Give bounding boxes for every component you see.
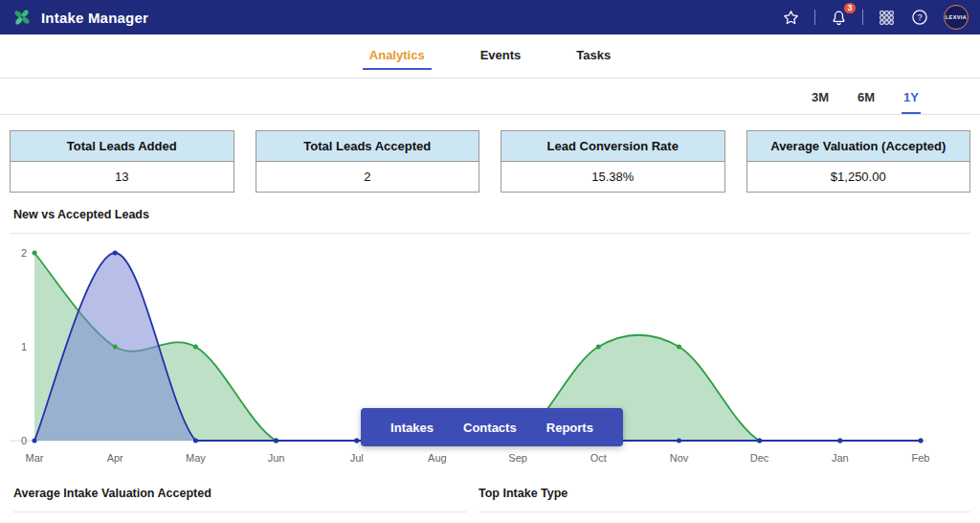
- stat-card-total-leads-accepted: Total Leads Accepted 2: [256, 130, 480, 193]
- svg-text:0: 0: [21, 435, 27, 446]
- svg-text:Jan: Jan: [832, 452, 849, 464]
- stat-card-value: $1,250.00: [747, 162, 970, 192]
- svg-text:?: ?: [917, 12, 922, 22]
- tab-events[interactable]: Events: [474, 46, 528, 70]
- floating-nav-contacts[interactable]: Contacts: [463, 421, 517, 435]
- stat-card-title: Total Leads Added: [11, 131, 234, 162]
- floating-nav-intakes[interactable]: Intakes: [390, 421, 434, 435]
- svg-text:Mar: Mar: [26, 452, 44, 464]
- stat-card-value: 13: [11, 162, 234, 192]
- help-icon[interactable]: ?: [910, 8, 929, 27]
- floating-nav-reports[interactable]: Reports: [546, 421, 593, 435]
- divider-rule: [13, 512, 467, 512]
- range-3m[interactable]: 3M: [810, 90, 831, 114]
- bottom-left-title: Average Intake Valuation Accepted: [13, 487, 467, 500]
- bottom-sections: Average Intake Valuation Accepted Top In…: [0, 487, 980, 512]
- svg-text:Oct: Oct: [590, 452, 607, 464]
- divider-rule: [479, 512, 970, 512]
- notification-badge: 3: [844, 3, 856, 14]
- tab-tasks[interactable]: Tasks: [569, 46, 617, 70]
- time-range-bar: 3M 6M 1Y: [0, 79, 980, 115]
- bottom-section-left: Average Intake Valuation Accepted: [0, 487, 467, 512]
- svg-text:Jul: Jul: [350, 452, 364, 464]
- stat-card-value: 15.38%: [501, 162, 724, 192]
- favorite-star-icon[interactable]: [782, 9, 800, 27]
- stat-card-value: 2: [256, 162, 479, 192]
- divider-rule: [10, 233, 970, 234]
- bottom-section-right: Top Intake Type: [467, 487, 980, 512]
- stat-cards: Total Leads Added 13 Total Leads Accepte…: [10, 130, 970, 193]
- header-actions: 3 ? LEXVIA: [782, 5, 969, 30]
- svg-text:Sep: Sep: [508, 452, 527, 464]
- svg-text:Feb: Feb: [912, 452, 930, 464]
- app-logo-icon: [11, 7, 33, 28]
- svg-text:Apr: Apr: [107, 452, 123, 464]
- app-header: Intake Manager 3 ?: [0, 0, 980, 34]
- apps-grid-icon[interactable]: [878, 9, 896, 27]
- tab-analytics[interactable]: Analytics: [363, 46, 432, 70]
- stat-card-title: Lead Conversion Rate: [501, 131, 724, 162]
- stat-card-lead-conversion-rate: Lead Conversion Rate 15.38%: [501, 130, 725, 193]
- svg-text:2: 2: [21, 247, 27, 259]
- svg-text:Nov: Nov: [670, 452, 689, 464]
- notifications-bell-icon[interactable]: 3: [830, 9, 848, 27]
- range-6m[interactable]: 6M: [856, 90, 877, 114]
- svg-text:Dec: Dec: [750, 452, 769, 464]
- brand: Intake Manager: [11, 7, 148, 28]
- bottom-right-title: Top Intake Type: [479, 487, 970, 500]
- divider: [862, 10, 863, 25]
- chart-section-title: New vs Accepted Leads: [13, 208, 980, 221]
- stat-card-total-leads-added: Total Leads Added 13: [10, 130, 234, 193]
- stat-card-average-valuation: Average Valuation (Accepted) $1,250.00: [746, 130, 971, 193]
- stat-card-title: Average Valuation (Accepted): [747, 131, 970, 162]
- svg-text:Jun: Jun: [268, 452, 285, 464]
- svg-text:1: 1: [21, 341, 27, 352]
- avatar[interactable]: LEXVIA: [944, 5, 969, 30]
- svg-text:Aug: Aug: [428, 452, 447, 464]
- leads-area-chart: 012MarAprMayJunJulAugSepOctNovDecJanFeb …: [6, 239, 980, 473]
- app-title: Intake Manager: [41, 10, 148, 26]
- stat-card-title: Total Leads Accepted: [256, 131, 479, 162]
- divider: [814, 10, 815, 25]
- range-1y[interactable]: 1Y: [902, 90, 921, 114]
- main-tabs: Analytics Events Tasks: [0, 34, 980, 79]
- floating-nav-menu: Intakes Contacts Reports: [361, 408, 623, 446]
- svg-text:May: May: [186, 452, 206, 464]
